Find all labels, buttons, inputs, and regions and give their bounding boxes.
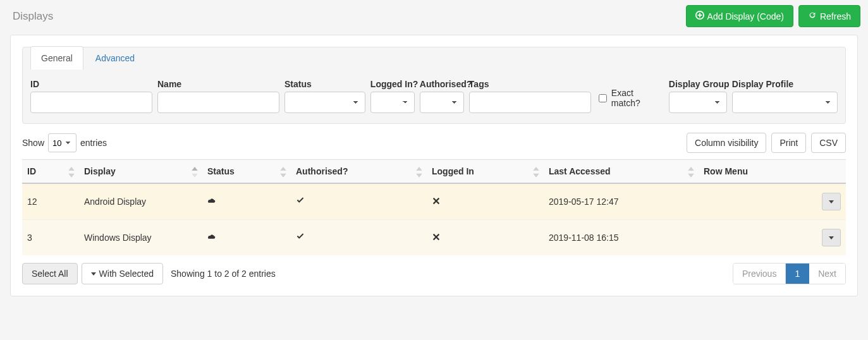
showing-info: Showing 1 to 2 of 2 entries [171, 269, 276, 279]
cell-display: Android Display [79, 183, 202, 220]
filter-authorised-label: Authorised? [420, 79, 464, 89]
sort-icon [279, 167, 287, 176]
page-next[interactable]: Next [809, 264, 845, 284]
sort-icon [68, 167, 75, 176]
svg-rect-2 [697, 15, 702, 16]
col-row-menu: Row Menu [699, 160, 846, 184]
filter-id-input[interactable] [30, 92, 152, 113]
col-last-accessed[interactable]: Last Accessed [544, 160, 699, 184]
col-loggedin[interactable]: Logged In [427, 160, 544, 184]
cross-icon [432, 197, 441, 207]
cross-icon [432, 233, 441, 243]
cell-status [202, 183, 291, 220]
table-row: 3 Windows Display 2019-11-08 16:15 [22, 220, 846, 256]
refresh-icon [808, 11, 817, 21]
cell-id: 3 [22, 220, 79, 256]
add-display-label: Add Display (Code) [707, 11, 784, 21]
row-menu-button[interactable] [822, 193, 841, 210]
caret-down-icon [829, 236, 834, 240]
refresh-label: Refresh [820, 11, 851, 21]
check-icon [296, 233, 305, 243]
page-title: Displays [13, 10, 53, 23]
filter-loggedin-label: Logged In? [370, 79, 415, 89]
column-visibility-button[interactable]: Column visibility [687, 133, 766, 153]
tab-general[interactable]: General [30, 46, 83, 70]
col-id[interactable]: ID [22, 160, 79, 184]
entries-label: entries [80, 138, 107, 148]
select-all-button[interactable]: Select All [22, 263, 78, 284]
table-row: 12 Android Display 2019-05-17 12:47 [22, 183, 846, 220]
show-label: Show [22, 138, 44, 148]
cloud-icon [207, 197, 216, 207]
filter-tags-label: Tags [469, 79, 591, 89]
cell-display: Windows Display [79, 220, 202, 256]
exact-match-checkbox[interactable] [599, 94, 607, 102]
add-display-button[interactable]: Add Display (Code) [686, 5, 793, 27]
filter-status-label: Status [284, 79, 365, 89]
col-display[interactable]: Display [79, 160, 202, 184]
filter-id-label: ID [30, 79, 152, 89]
cell-id: 12 [22, 183, 79, 220]
plus-circle-icon [695, 11, 704, 21]
cell-authorised [291, 183, 427, 220]
with-selected-label: With Selected [99, 269, 154, 279]
filter-tabs: General Advanced [30, 47, 838, 70]
filter-display-group-select[interactable] [669, 92, 727, 113]
filter-tags-input[interactable] [469, 92, 591, 113]
sort-icon [687, 167, 695, 176]
main-card: General Advanced ID Name Status Logged I… [10, 35, 858, 296]
cell-authorised [291, 220, 427, 256]
page-1[interactable]: 1 [786, 264, 809, 284]
with-selected-button[interactable]: With Selected [82, 263, 163, 284]
refresh-button[interactable]: Refresh [798, 5, 860, 27]
filter-display-group-label: Display Group [669, 79, 727, 89]
cell-last-accessed: 2019-11-08 16:15 [544, 220, 699, 256]
tab-advanced[interactable]: Advanced [85, 46, 145, 70]
sort-icon [532, 167, 540, 176]
print-button[interactable]: Print [771, 133, 806, 153]
pagination: Previous 1 Next [733, 263, 846, 284]
sort-icon [415, 167, 423, 176]
col-authorised[interactable]: Authorised? [291, 160, 427, 184]
page-size-select[interactable]: 10 [48, 133, 76, 152]
filter-status-select[interactable] [284, 92, 365, 113]
filter-display-profile-label: Display Profile [732, 79, 838, 89]
cell-loggedin [427, 220, 544, 256]
filter-name-input[interactable] [157, 92, 279, 113]
check-icon [296, 197, 305, 207]
cell-loggedin [427, 183, 544, 220]
page-previous[interactable]: Previous [733, 264, 786, 284]
col-status[interactable]: Status [202, 160, 291, 184]
cell-last-accessed: 2019-05-17 12:47 [544, 183, 699, 220]
cloud-icon [207, 233, 216, 243]
row-menu-button[interactable] [822, 229, 841, 246]
exact-match-label: Exact match? [611, 88, 664, 108]
filter-loggedin-select[interactable] [370, 92, 415, 113]
caret-down-icon [829, 200, 834, 203]
csv-button[interactable]: CSV [811, 133, 846, 153]
caret-down-icon [91, 272, 96, 276]
filter-display-profile-select[interactable] [732, 92, 838, 113]
cell-status [202, 220, 291, 256]
sort-icon [191, 167, 199, 176]
filter-authorised-select[interactable] [420, 92, 464, 113]
filter-name-label: Name [157, 79, 279, 89]
filter-panel: General Advanced ID Name Status Logged I… [22, 47, 846, 124]
displays-table: ID Display Status Authorised? [22, 159, 846, 255]
topbar: Displays Add Display (Code) Refresh [0, 0, 868, 35]
